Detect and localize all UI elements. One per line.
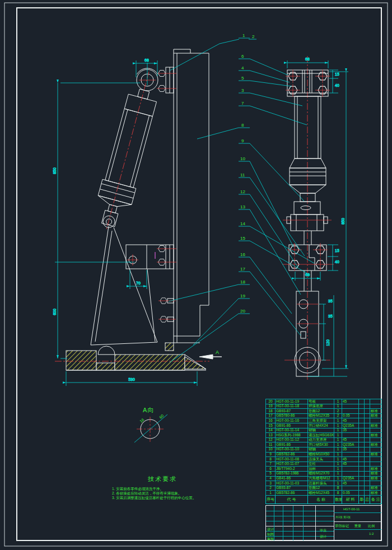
- bom-cell-code: GB5782-86: [276, 452, 308, 457]
- bom-cell-name: 连接叉头: [308, 457, 334, 462]
- bom-cell-name: 开口销4X24: [308, 423, 334, 428]
- bom-cell-name: 动力支承座: [308, 437, 334, 442]
- title-block-scale-label: 比例: [368, 524, 375, 529]
- bom-cell-qty: 1: [334, 462, 342, 467]
- bom-cell-note: 标准: [370, 471, 382, 476]
- bom-cell-name: 立柱: [308, 462, 334, 467]
- bom-cell-note: [370, 437, 382, 442]
- bom-cell-code: HGT-00-11-03: [276, 481, 308, 486]
- dim-rv-plate3: 120: [326, 339, 330, 346]
- bom-cell-code: HGT-00-11-18: [276, 404, 308, 409]
- bom-cell-no: 19: [266, 404, 276, 409]
- balloon-15: 15: [240, 236, 245, 241]
- bom-cell-no: 18: [266, 409, 276, 414]
- bom-cell-total: [365, 423, 370, 428]
- bom-cell-code: JB/T7940-2: [276, 467, 308, 472]
- bom-cell-name: 三角支撑架: [308, 418, 334, 423]
- column-side-bolts: [158, 298, 176, 322]
- bom-cell-note: [370, 481, 382, 486]
- bom-cell-total: [365, 442, 370, 448]
- upper-mount-bracket: [157, 67, 176, 93]
- bom-cell-code: HGT-00-11-10: [276, 447, 308, 452]
- bom-cell-total: [365, 486, 370, 491]
- bom-cell-unit: [359, 476, 365, 481]
- bom-cell-material: 35: [342, 447, 359, 452]
- balloon-12: 12: [240, 189, 245, 194]
- bom-cell-qty: 1: [334, 428, 342, 433]
- bom-header-unit: 单件: [359, 495, 365, 504]
- bom-cell-code: GB41-86: [276, 476, 308, 481]
- bom-cell-unit: [359, 447, 365, 452]
- bom-cell-unit: [359, 486, 365, 491]
- bom-cell-total: [365, 413, 370, 418]
- dim-lv-left-upper: 850: [53, 167, 57, 174]
- balloon-17: 17: [240, 267, 245, 272]
- base-plate: [55, 343, 209, 370]
- bom-cell-total: [365, 462, 370, 467]
- balloon-16: 16: [240, 252, 245, 257]
- bom-header-material: 材 料: [342, 495, 359, 504]
- bom-cell-total: [365, 481, 370, 486]
- bom-cell-material: [342, 433, 359, 438]
- bom-cell-qty: 2: [334, 413, 342, 418]
- bom-cell-material: [342, 452, 359, 457]
- bom-cell-unit: [359, 404, 365, 409]
- dim-lv-left-lower: 600: [53, 309, 57, 315]
- bom-cell-note: [370, 457, 382, 462]
- bom-cell-qty: 2: [334, 409, 342, 414]
- balloon-19: 19: [240, 293, 245, 299]
- bom-row: 1GB5782-86螺栓M12X4580.05标准: [266, 491, 382, 496]
- bom-cell-unit: [359, 428, 365, 433]
- bom-cell-no: 5: [266, 471, 276, 476]
- bom-row: 11GB91-86开口销5X301Q235A标准: [266, 442, 382, 448]
- balloon-7: 7: [241, 101, 244, 106]
- triangle-support: [91, 226, 157, 345]
- bom-cell-name: 销轴: [308, 428, 334, 433]
- bom-cell-note: 标准: [370, 442, 382, 448]
- balloon-callouts: 1 2 6 4 5 3 7 8 9 10 11 12 13 14 15 16 1…: [169, 33, 314, 362]
- balloon-1: 1: [242, 33, 245, 38]
- bom-cell-total: [365, 433, 370, 438]
- dim-detail1: 16: [139, 417, 145, 423]
- bom-cell-note: 标准: [370, 413, 382, 418]
- balloon-14: 14: [240, 221, 245, 226]
- bom-cell-no: 16: [266, 418, 276, 423]
- view-a-arrow-label: A: [216, 349, 219, 355]
- dim-rv-top: 68: [305, 57, 310, 61]
- bom-cell-code: HGT-00-11-19: [276, 399, 308, 404]
- bom-cell-unit: [359, 481, 365, 486]
- dim-detail2: 60: [158, 413, 165, 419]
- bom-cell-material: [342, 409, 359, 414]
- bom-cell-note: 标准: [370, 491, 382, 496]
- bom-cell-no: 8: [266, 457, 276, 462]
- title-block-center-line1: 毕业: [320, 528, 326, 533]
- bom-row: 15GB91-86开口销4X241Q235A标准: [266, 423, 382, 428]
- dim-rv-tr1: 15: [335, 72, 339, 76]
- balloon-5: 5: [241, 76, 244, 81]
- title-block: 设计 制图 审核 毕业 设计 HGT-00-11 共1张 第1张 阶段标记 重量…: [265, 505, 382, 541]
- tech-requirements-title: 技术要求: [129, 475, 196, 483]
- bom-row: 4GB41-86六角螺母M121Q235A标准: [266, 476, 382, 481]
- bom-cell-name: 油杯: [308, 467, 334, 472]
- cad-viewport[interactable]: 68 850 600 70 530: [0, 0, 392, 550]
- bom-cell-code: GB5780-86: [276, 413, 308, 418]
- bom-cell-name: 弯板: [308, 399, 334, 404]
- bom-cell-unit: [359, 399, 365, 404]
- bom-cell-material: [342, 486, 359, 491]
- bom-row: 3HGT-00-11-03活塞杆接头145: [266, 481, 382, 486]
- bom-cell-material: 45: [342, 481, 359, 486]
- tech-requirements: 技术要求 1. 安装前各零件必须清洗干净。 2. 各铰接处应转动灵活，不得有卡滞…: [112, 475, 235, 500]
- balloon-20: 20: [240, 309, 245, 314]
- bom-cell-unit: [359, 413, 365, 418]
- bom-cell-name: 六角螺母M12: [308, 476, 334, 481]
- bom-cell-total: [365, 447, 370, 452]
- bom-cell-name: 开口销5X30: [308, 442, 334, 448]
- bom-cell-total: [365, 409, 370, 414]
- bom-cell-unit: [359, 462, 365, 467]
- bom-cell-material: [342, 404, 359, 409]
- bom-row: 8HGT-00-11-08连接叉头145: [266, 457, 382, 462]
- bom-cell-note: [370, 428, 382, 433]
- bom-cell-note: [370, 404, 382, 409]
- bom-cell-code: GB93-87: [276, 409, 308, 414]
- bom-cell-qty: 1: [334, 437, 342, 442]
